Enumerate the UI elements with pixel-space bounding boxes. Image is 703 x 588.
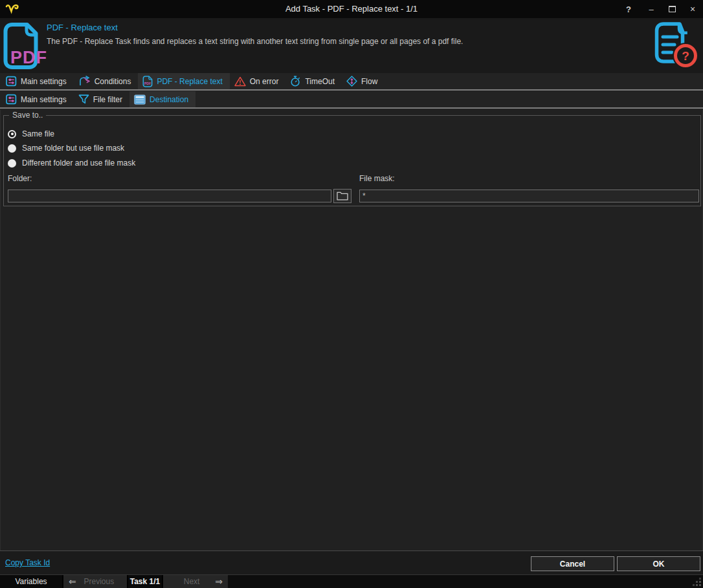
task-title: PDF - Replace text	[47, 23, 118, 32]
radio-button-icon[interactable]	[8, 144, 16, 153]
tab-on-error[interactable]: On error	[230, 73, 286, 89]
radio-label: Different folder and use file mask	[22, 158, 135, 168]
variables-button[interactable]: Variables	[0, 575, 63, 588]
destination-panel: Save to.. Same file Same folder but use …	[0, 110, 703, 550]
browse-folder-button[interactable]	[333, 189, 352, 203]
tab-label: TimeOut	[305, 77, 335, 86]
tab-label: Conditions	[95, 77, 131, 86]
task-description: The PDF - Replace Task finds and replace…	[47, 37, 463, 46]
primary-tab-bar: Main settings Conditions PDF PDF - Repla…	[0, 73, 703, 91]
save-to-groupbox: Save to.. Same file Same folder but use …	[3, 115, 701, 206]
tab-label: File filter	[93, 95, 122, 104]
previous-task-button[interactable]: ⇐ Previous	[63, 575, 128, 588]
tab-main-settings-2[interactable]: Main settings	[1, 91, 74, 107]
previous-arrow-icon: ⇐	[69, 576, 76, 587]
groupbox-legend: Save to..	[9, 111, 46, 120]
funnel-icon	[78, 94, 89, 105]
resize-grip[interactable]	[699, 584, 701, 586]
sliders-icon	[6, 94, 17, 105]
task-counter: Task 1/1	[128, 575, 163, 588]
folder-input[interactable]	[8, 190, 331, 202]
next-label: Next	[184, 577, 200, 586]
file-mask-input[interactable]	[359, 190, 699, 202]
file-mask-label: File mask:	[359, 174, 395, 183]
radio-same-file[interactable]: Same file	[8, 129, 54, 138]
tab-pdf-replace-text[interactable]: PDF PDF - Replace text	[138, 73, 229, 89]
tab-label: PDF - Replace text	[157, 77, 222, 86]
window-title: Add Task - PDF - Replace text - 1/1	[0, 4, 703, 14]
radio-label: Same file	[22, 129, 54, 138]
stopwatch-icon	[290, 76, 301, 87]
radio-label: Same folder but use file mask	[22, 144, 124, 153]
tab-file-filter[interactable]: File filter	[74, 91, 129, 107]
tab-timeout[interactable]: TimeOut	[285, 73, 342, 89]
pdf-doc-icon: PDF	[142, 76, 153, 87]
close-button[interactable]: ×	[682, 0, 703, 18]
cancel-button[interactable]: Cancel	[531, 556, 614, 571]
tab-label: Main settings	[21, 95, 67, 104]
radio-different-folder-mask[interactable]: Different folder and use file mask	[8, 158, 135, 168]
tab-label: Main settings	[21, 77, 67, 86]
svg-text:?: ?	[682, 49, 689, 63]
secondary-tab-bar: Main settings File filter Destination	[0, 91, 703, 109]
branch-icon	[78, 76, 91, 87]
tab-label: Destination	[150, 95, 188, 104]
tab-flow[interactable]: Flow	[342, 73, 385, 89]
warning-icon	[234, 76, 246, 87]
document-question-icon[interactable]: ?	[653, 21, 699, 72]
svg-text:PDF: PDF	[144, 81, 151, 85]
tab-destination[interactable]: Destination	[129, 91, 195, 107]
radio-button-icon[interactable]	[8, 159, 16, 168]
minimize-button[interactable]: –	[641, 0, 662, 18]
previous-label: Previous	[84, 577, 115, 586]
radio-same-folder-mask[interactable]: Same folder but use file mask	[8, 144, 124, 153]
add-task-dialog: Add Task - PDF - Replace text - 1/1 ? – …	[0, 0, 703, 588]
next-task-button[interactable]: Next ⇒	[163, 575, 228, 588]
tab-label: On error	[250, 77, 279, 86]
dialog-footer: Copy Task Id Cancel OK	[0, 550, 703, 574]
task-header: PDF PDF - Replace text The PDF - Replace…	[0, 18, 703, 73]
flow-diamond-icon	[346, 76, 357, 87]
maximize-button[interactable]	[662, 0, 682, 18]
folder-label: Folder:	[8, 174, 32, 183]
sliders-icon	[6, 76, 17, 87]
window-icon	[134, 94, 146, 105]
pdf-file-icon: PDF	[3, 22, 47, 72]
title-bar[interactable]: Add Task - PDF - Replace text - 1/1 ? – …	[0, 0, 703, 18]
tab-label: Flow	[361, 77, 377, 86]
maximize-icon	[669, 6, 676, 12]
tab-main-settings[interactable]: Main settings	[1, 73, 74, 89]
tab-conditions[interactable]: Conditions	[74, 73, 139, 89]
folder-icon	[337, 191, 348, 201]
pdf-badge-text: PDF	[10, 48, 47, 67]
help-button[interactable]: ?	[618, 0, 639, 18]
ok-button[interactable]: OK	[617, 556, 700, 571]
copy-task-id-link[interactable]: Copy Task Id	[5, 558, 50, 567]
next-arrow-icon: ⇒	[215, 576, 223, 587]
radio-button-checked-icon[interactable]	[8, 130, 16, 138]
status-bar: Variables ⇐ Previous Task 1/1 Next ⇒	[0, 574, 703, 588]
